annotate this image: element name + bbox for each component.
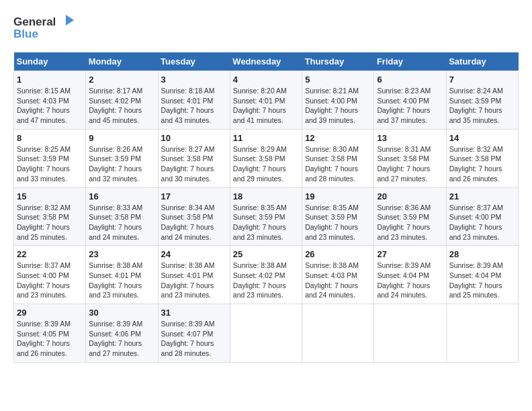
calendar-cell — [302, 304, 374, 363]
weekday-header: Wednesday — [230, 52, 302, 71]
day-info: Sunrise: 8:31 AMSunset: 3:58 PMDaylight:… — [377, 144, 443, 184]
calendar-cell: 26Sunrise: 8:38 AMSunset: 4:03 PMDayligh… — [302, 246, 374, 304]
day-number: 25 — [233, 249, 299, 259]
day-info: Sunrise: 8:30 AMSunset: 3:58 PMDaylight:… — [305, 144, 371, 184]
calendar-cell: 30Sunrise: 8:39 AMSunset: 4:06 PMDayligh… — [86, 304, 158, 363]
calendar-cell: 11Sunrise: 8:29 AMSunset: 3:58 PMDayligh… — [230, 129, 302, 187]
calendar-cell: 24Sunrise: 8:38 AMSunset: 4:01 PMDayligh… — [158, 246, 230, 304]
day-number: 20 — [377, 191, 443, 201]
calendar-cell — [374, 304, 446, 363]
calendar-cell: 10Sunrise: 8:27 AMSunset: 3:58 PMDayligh… — [158, 129, 230, 187]
calendar-cell: 21Sunrise: 8:37 AMSunset: 4:00 PMDayligh… — [446, 187, 518, 246]
day-info: Sunrise: 8:27 AMSunset: 3:58 PMDaylight:… — [161, 144, 227, 184]
page-header: General Blue — [13, 13, 519, 42]
svg-text:Blue: Blue — [13, 28, 38, 40]
day-number: 9 — [89, 133, 154, 143]
day-info: Sunrise: 8:26 AMSunset: 3:59 PMDaylight:… — [89, 144, 154, 184]
weekday-header-row: SundayMondayTuesdayWednesdayThursdayFrid… — [14, 52, 519, 71]
day-info: Sunrise: 8:32 AMSunset: 3:58 PMDaylight:… — [17, 203, 83, 242]
day-info: Sunrise: 8:36 AMSunset: 3:59 PMDaylight:… — [377, 203, 443, 242]
day-info: Sunrise: 8:39 AMSunset: 4:06 PMDaylight:… — [89, 319, 154, 359]
calendar-table: SundayMondayTuesdayWednesdayThursdayFrid… — [13, 52, 519, 363]
day-info: Sunrise: 8:39 AMSunset: 4:04 PMDaylight:… — [449, 261, 515, 300]
calendar-cell: 14Sunrise: 8:32 AMSunset: 3:58 PMDayligh… — [446, 129, 518, 187]
day-number: 10 — [161, 133, 227, 143]
calendar-week-row: 8Sunrise: 8:25 AMSunset: 3:59 PMDaylight… — [14, 129, 519, 187]
day-number: 28 — [449, 249, 515, 259]
day-number: 7 — [449, 75, 515, 85]
calendar-cell: 2Sunrise: 8:17 AMSunset: 4:02 PMDaylight… — [86, 71, 158, 130]
calendar-cell: 8Sunrise: 8:25 AMSunset: 3:59 PMDaylight… — [14, 129, 86, 187]
calendar-cell: 5Sunrise: 8:21 AMSunset: 4:00 PMDaylight… — [302, 71, 374, 130]
calendar-week-row: 22Sunrise: 8:37 AMSunset: 4:00 PMDayligh… — [14, 246, 519, 304]
day-info: Sunrise: 8:25 AMSunset: 3:59 PMDaylight:… — [17, 144, 83, 184]
day-number: 1 — [17, 75, 83, 85]
day-info: Sunrise: 8:33 AMSunset: 3:58 PMDaylight:… — [89, 203, 154, 242]
day-info: Sunrise: 8:37 AMSunset: 4:00 PMDaylight:… — [17, 261, 83, 300]
day-number: 12 — [305, 133, 371, 143]
day-number: 8 — [17, 133, 83, 143]
calendar-cell: 4Sunrise: 8:20 AMSunset: 4:01 PMDaylight… — [230, 71, 302, 130]
calendar-cell: 17Sunrise: 8:34 AMSunset: 3:58 PMDayligh… — [158, 187, 230, 246]
day-number: 19 — [305, 191, 371, 201]
day-number: 11 — [233, 133, 299, 143]
day-info: Sunrise: 8:20 AMSunset: 4:01 PMDaylight:… — [233, 86, 299, 126]
day-info: Sunrise: 8:35 AMSunset: 3:59 PMDaylight:… — [305, 203, 371, 242]
calendar-cell — [446, 304, 518, 363]
day-number: 29 — [17, 308, 83, 318]
day-number: 15 — [17, 191, 83, 201]
day-info: Sunrise: 8:32 AMSunset: 3:58 PMDaylight:… — [449, 144, 515, 184]
day-number: 22 — [17, 249, 83, 259]
svg-marker-2 — [66, 15, 74, 26]
day-number: 21 — [449, 191, 515, 201]
day-info: Sunrise: 8:38 AMSunset: 4:01 PMDaylight:… — [161, 261, 227, 300]
calendar-cell: 3Sunrise: 8:18 AMSunset: 4:01 PMDaylight… — [158, 71, 230, 130]
weekday-header: Thursday — [302, 52, 374, 71]
calendar-cell: 25Sunrise: 8:38 AMSunset: 4:02 PMDayligh… — [230, 246, 302, 304]
day-info: Sunrise: 8:24 AMSunset: 3:59 PMDaylight:… — [449, 86, 515, 126]
calendar-cell: 31Sunrise: 8:39 AMSunset: 4:07 PMDayligh… — [158, 304, 230, 363]
day-number: 5 — [305, 75, 371, 85]
day-info: Sunrise: 8:38 AMSunset: 4:02 PMDaylight:… — [233, 261, 299, 300]
day-number: 23 — [89, 249, 154, 259]
day-number: 24 — [161, 249, 227, 259]
day-info: Sunrise: 8:17 AMSunset: 4:02 PMDaylight:… — [89, 86, 154, 126]
day-number: 30 — [89, 308, 154, 318]
calendar-cell: 15Sunrise: 8:32 AMSunset: 3:58 PMDayligh… — [14, 187, 86, 246]
day-info: Sunrise: 8:37 AMSunset: 4:00 PMDaylight:… — [449, 203, 515, 242]
calendar-cell: 9Sunrise: 8:26 AMSunset: 3:59 PMDaylight… — [86, 129, 158, 187]
calendar-cell: 28Sunrise: 8:39 AMSunset: 4:04 PMDayligh… — [446, 246, 518, 304]
day-number: 17 — [161, 191, 227, 201]
weekday-header: Tuesday — [158, 52, 230, 71]
day-info: Sunrise: 8:39 AMSunset: 4:07 PMDaylight:… — [161, 319, 227, 359]
day-info: Sunrise: 8:21 AMSunset: 4:00 PMDaylight:… — [305, 86, 371, 126]
day-number: 18 — [233, 191, 299, 201]
calendar-cell: 12Sunrise: 8:30 AMSunset: 3:58 PMDayligh… — [302, 129, 374, 187]
weekday-header: Sunday — [14, 52, 86, 71]
calendar-cell: 19Sunrise: 8:35 AMSunset: 3:59 PMDayligh… — [302, 187, 374, 246]
day-info: Sunrise: 8:23 AMSunset: 4:00 PMDaylight:… — [377, 86, 443, 126]
calendar-cell: 29Sunrise: 8:39 AMSunset: 4:05 PMDayligh… — [14, 304, 86, 363]
calendar-cell — [230, 304, 302, 363]
day-number: 2 — [89, 75, 154, 85]
day-info: Sunrise: 8:39 AMSunset: 4:05 PMDaylight:… — [17, 319, 83, 359]
day-number: 26 — [305, 249, 371, 259]
day-number: 27 — [377, 249, 443, 259]
day-number: 16 — [89, 191, 154, 201]
day-number: 3 — [161, 75, 227, 85]
logo: General Blue — [13, 13, 74, 42]
weekday-header: Saturday — [446, 52, 518, 71]
calendar-cell: 7Sunrise: 8:24 AMSunset: 3:59 PMDaylight… — [446, 71, 518, 130]
weekday-header: Friday — [374, 52, 446, 71]
calendar-cell: 16Sunrise: 8:33 AMSunset: 3:58 PMDayligh… — [86, 187, 158, 246]
day-number: 13 — [377, 133, 443, 143]
day-info: Sunrise: 8:39 AMSunset: 4:04 PMDaylight:… — [377, 261, 443, 300]
day-number: 31 — [161, 308, 227, 318]
day-info: Sunrise: 8:34 AMSunset: 3:58 PMDaylight:… — [161, 203, 227, 242]
calendar-cell: 27Sunrise: 8:39 AMSunset: 4:04 PMDayligh… — [374, 246, 446, 304]
calendar-week-row: 1Sunrise: 8:15 AMSunset: 4:03 PMDaylight… — [14, 71, 519, 130]
day-info: Sunrise: 8:29 AMSunset: 3:58 PMDaylight:… — [233, 144, 299, 184]
calendar-cell: 20Sunrise: 8:36 AMSunset: 3:59 PMDayligh… — [374, 187, 446, 246]
logo-svg: General Blue — [13, 13, 74, 42]
calendar-cell: 13Sunrise: 8:31 AMSunset: 3:58 PMDayligh… — [374, 129, 446, 187]
